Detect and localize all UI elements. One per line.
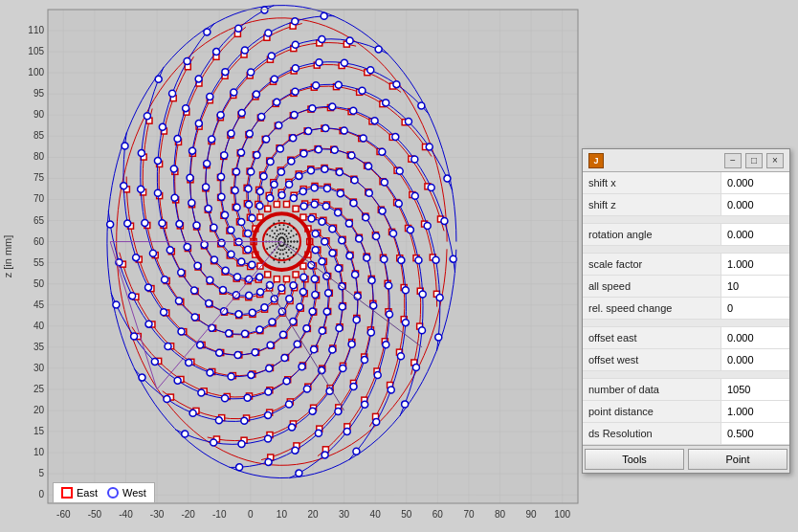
param-value[interactable]: 0 [720,298,789,319]
east-label: East [77,487,98,499]
param-label: offset west [583,352,720,367]
point-button[interactable]: Point [688,449,787,470]
param-value[interactable]: 0.000 [720,349,789,370]
param-row: all speed10 [583,276,789,298]
properties-panel: J − □ × shift x0.000shift z0.000rotation… [582,148,790,474]
param-label: point distance [583,404,720,419]
param-label: rel. speed change [583,300,720,316]
param-value[interactable]: 0.500 [720,423,789,444]
param-row: offset east0.000 [583,327,789,349]
param-row: offset west0.000 [583,349,789,371]
param-value[interactable]: 0.000 [720,194,789,215]
param-row: ds Resolution0.500 [583,423,789,445]
param-value[interactable]: 10 [720,276,789,297]
param-label: scale factor [583,256,720,272]
param-row: scale factor1.000 [583,254,789,276]
param-label: ds Resolution [583,426,720,441]
param-label: all speed [583,278,720,294]
param-row: point distance1.000 [583,401,789,423]
tools-button[interactable]: Tools [585,449,684,470]
param-value[interactable]: 1050 [720,379,789,400]
east-marker [61,487,73,499]
param-spacer [583,216,789,224]
window-controls: − □ × [724,153,784,168]
panel-body: shift x0.000shift z0.000rotation angle0.… [583,172,789,445]
param-value[interactable]: 1.000 [720,401,789,422]
panel-icon: J [588,153,604,168]
panel-titlebar: J − □ × [583,149,789,172]
panel-footer: ToolsPoint [583,445,789,473]
close-button[interactable]: × [766,153,784,168]
param-spacer [583,320,789,327]
west-marker [107,487,119,499]
param-label: shift z [583,197,720,212]
legend-west: West [107,487,146,499]
param-row: number of data1050 [583,379,789,401]
param-label: offset east [583,330,720,345]
param-label: rotation angle [583,227,720,242]
param-row: rel. speed change0 [583,298,789,320]
param-label: number of data [583,382,720,397]
legend-east: East [61,487,98,499]
param-value[interactable]: 0.000 [720,172,789,193]
minimize-button[interactable]: − [724,153,742,168]
param-label: shift x [583,175,720,190]
maximize-button[interactable]: □ [745,153,763,168]
param-row: rotation angle0.000 [583,224,789,246]
param-value[interactable]: 0.000 [720,327,789,348]
param-row: shift z0.000 [583,194,789,216]
param-spacer [583,246,789,254]
param-row: shift x0.000 [583,172,789,194]
west-label: West [122,487,146,499]
chart-legend: East West [53,482,155,503]
param-value[interactable]: 1.000 [720,254,789,275]
param-spacer [583,371,789,379]
param-value[interactable]: 0.000 [720,224,789,245]
